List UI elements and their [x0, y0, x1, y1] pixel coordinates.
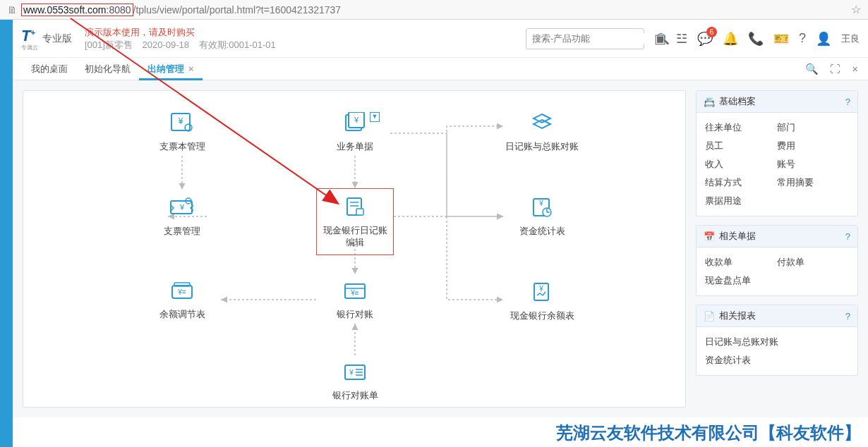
dropdown-badge-icon[interactable]: ▼: [370, 112, 380, 122]
logo-block: T+ 专属云: [21, 27, 40, 51]
cheque-book-icon: ¥: [143, 112, 221, 138]
tab-search-icon[interactable]: 🔍: [805, 63, 819, 75]
phone-icon[interactable]: 📞: [748, 31, 764, 47]
org-name: [001]新零售: [85, 39, 133, 50]
svg-text:¥=: ¥=: [177, 288, 186, 296]
tab-close-all-icon[interactable]: ×: [852, 63, 858, 75]
bank-statement-icon: ¥: [316, 362, 394, 387]
flow-node-cash-journal-edit[interactable]: 现金银行日记账编辑: [316, 188, 394, 255]
panel-related-reports: 📄 相关报表 ? 日记账与总账对账 资金统计表: [696, 305, 858, 376]
browser-url-bar: 🗎 www.0553soft.com:8080/tplus/view/porta…: [0, 0, 868, 20]
tab-close-icon[interactable]: ×: [188, 63, 194, 74]
panel-basic-archives: 📇 基础档案 ? 往来单位 部门 员工 费用 收入 账号 结算方式 常用摘要 票…: [696, 90, 858, 216]
list-icon[interactable]: ☳: [676, 31, 687, 47]
panel-related-docs: 📅 相关单据 ? 收款单 付款单 现金盘点单: [696, 225, 858, 296]
link-cash-count[interactable]: 现金盘点单: [705, 271, 777, 290]
balance-adj-icon: ¥=: [143, 281, 221, 306]
cheque-mgmt-icon: ¥: [143, 197, 221, 223]
svg-text:¥: ¥: [354, 116, 359, 124]
svg-rect-19: [356, 209, 363, 215]
link-contact-unit[interactable]: 往来单位: [705, 118, 777, 137]
header-info: 演示版本使用，请及时购买 [001]新零售 2020-09-18 有效期:000…: [78, 26, 276, 51]
app-header: T+ 专属云 专业版 演示版本使用，请及时购买 [001]新零售 2020-09…: [13, 20, 868, 58]
svg-text:¥: ¥: [538, 200, 543, 207]
flow-node-bank-statement[interactable]: ¥ 银行对账单: [316, 362, 394, 402]
flow-node-bank-recon[interactable]: ¥≡ 银行对账: [316, 281, 394, 321]
link-fund-stats-report[interactable]: 资金统计表: [705, 351, 849, 369]
panel-head-basic: 📇 基础档案 ?: [697, 91, 857, 113]
tab-actions: 🔍 ⛶ ×: [805, 63, 868, 75]
flow-node-cheque-book[interactable]: ¥ 支票本管理: [143, 112, 221, 153]
tab-desktop[interactable]: 我的桌面: [23, 58, 76, 80]
side-panels: 📇 基础档案 ? 往来单位 部门 员工 费用 收入 账号 结算方式 常用摘要 票…: [696, 90, 858, 408]
url-port: :8080: [107, 4, 131, 16]
url-path: /tplus/view/portal/portal.html?t=1600421…: [133, 4, 342, 16]
panel-body-reports: 日记账与总账对账 资金统计表: [697, 327, 857, 375]
ticket-icon[interactable]: 🎫: [773, 31, 789, 47]
panel-head-reports: 📄 相关报表 ?: [697, 305, 857, 327]
tab-cashier[interactable]: 出纳管理×: [139, 58, 203, 80]
link-settle-method[interactable]: 结算方式: [705, 173, 777, 192]
edition-label: 专业版: [42, 32, 72, 45]
link-department[interactable]: 部门: [777, 118, 849, 137]
logo-main: T+: [21, 27, 35, 44]
link-expense[interactable]: 费用: [777, 137, 849, 155]
panel-body-docs: 收款单 付款单 现金盘点单: [697, 247, 857, 295]
flow-canvas: ¥ 支票本管理 ▼ ¥ 业务单据 日记账与总账对账 ¥ 支票管理: [23, 90, 686, 408]
logo-sub: 专属云: [21, 45, 40, 51]
expire-date: 0001-01-01: [229, 39, 276, 50]
svg-rect-24: [174, 283, 190, 286]
svg-text:¥: ¥: [349, 369, 354, 376]
help-icon[interactable]: ?: [799, 31, 806, 46]
bank-recon-icon: ¥≡: [316, 281, 394, 306]
link-income[interactable]: 收入: [705, 155, 777, 173]
journal-recon-icon: [503, 112, 581, 138]
search-box: 🔍: [526, 28, 644, 49]
help-icon[interactable]: ?: [845, 231, 850, 242]
header-right: 🔍 ▣ ☳ 💬6 🔔 📞 🎫 ? 👤 王良: [526, 28, 860, 49]
fullscreen-icon[interactable]: ⛶: [830, 63, 840, 75]
svg-text:¥: ¥: [538, 285, 543, 293]
flow-node-journal-recon[interactable]: 日记账与总账对账: [503, 112, 581, 153]
panel-body-basic: 往来单位 部门 员工 费用 收入 账号 结算方式 常用摘要 票据用途: [697, 113, 857, 216]
flow-node-cash-balance[interactable]: ¥ 现金银行余额表: [503, 281, 581, 322]
message-badge: 6: [706, 27, 717, 37]
report-icon: 📄: [704, 311, 715, 322]
main-area: ¥ 支票本管理 ▼ ¥ 业务单据 日记账与总账对账 ¥ 支票管理: [13, 80, 868, 417]
svg-text:¥: ¥: [179, 203, 185, 212]
left-strip: [0, 20, 13, 447]
demo-warning: 演示版本使用，请及时购买: [85, 26, 276, 39]
user-icon[interactable]: 👤: [816, 31, 831, 47]
search-input[interactable]: [526, 33, 656, 44]
page-icon: 🗎: [7, 4, 17, 16]
url-host-box: www.0553soft.com:8080: [21, 4, 133, 16]
link-bill-purpose[interactable]: 票据用途: [705, 192, 777, 210]
link-staff[interactable]: 员工: [705, 137, 777, 155]
fund-stats-icon: ¥: [503, 197, 581, 223]
expire-label: 有效期:: [199, 39, 229, 50]
link-common-summary[interactable]: 常用摘要: [777, 173, 849, 192]
archive-icon: 📇: [704, 97, 715, 107]
biz-doc-icon: ¥: [316, 112, 394, 138]
help-icon[interactable]: ?: [845, 311, 850, 322]
save-icon[interactable]: ▣: [654, 31, 666, 47]
tab-init-nav[interactable]: 初始化导航: [76, 58, 139, 80]
flow-node-cheque-mgmt[interactable]: ¥ 支票管理: [143, 197, 221, 238]
bookmark-icon[interactable]: ☆: [851, 3, 861, 16]
help-icon[interactable]: ?: [845, 97, 850, 107]
flow-node-fund-stats[interactable]: ¥ 资金统计表: [503, 197, 581, 238]
url-host: www.0553soft.com: [23, 4, 107, 16]
link-payment[interactable]: 付款单: [777, 253, 849, 271]
bell-icon[interactable]: 🔔: [723, 31, 738, 47]
watermark: 芜湖云友软件技术有限公司【科友软件】: [556, 422, 861, 444]
message-icon[interactable]: 💬6: [697, 31, 713, 47]
link-account[interactable]: 账号: [777, 155, 849, 173]
link-journal-recon-report[interactable]: 日记账与总账对账: [705, 333, 849, 351]
user-name: 王良: [841, 32, 860, 45]
cash-journal-icon: [320, 196, 390, 222]
flow-node-biz-docs[interactable]: ▼ ¥ 业务单据: [316, 112, 394, 153]
link-receipt[interactable]: 收款单: [705, 253, 777, 271]
flow-node-balance-adj[interactable]: ¥= 余额调节表: [143, 281, 221, 321]
panel-head-docs: 📅 相关单据 ?: [697, 226, 857, 247]
tab-bar: 我的桌面 初始化导航 出纳管理× 🔍 ⛶ ×: [13, 58, 868, 80]
